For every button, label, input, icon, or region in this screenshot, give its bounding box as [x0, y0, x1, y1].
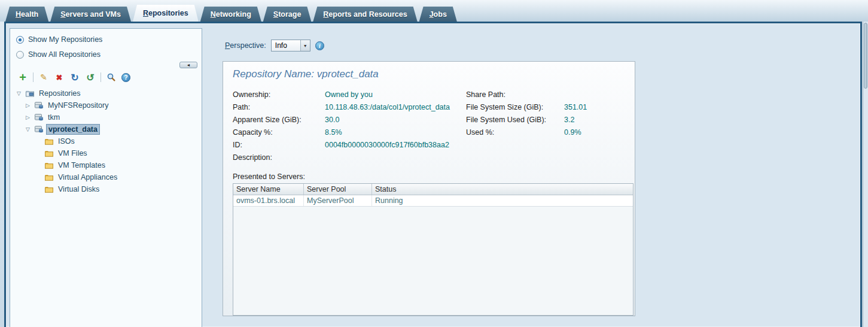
tree-item-label: tkm	[46, 113, 62, 122]
tree-item-label: VM Templates	[56, 161, 107, 170]
field-value: Owned by you	[325, 90, 373, 99]
tree-item-label: VM Files	[56, 149, 89, 158]
tree-item-label: Virtual Disks	[56, 184, 101, 194]
column-header-status[interactable]: Status	[372, 184, 633, 195]
radio-label: Show My Repositories	[28, 35, 102, 44]
radio-show-all-repositories[interactable]: Show All Repositories	[16, 50, 202, 59]
field-value: 351.01	[564, 103, 587, 111]
expander-closed-icon[interactable]: ▷	[24, 114, 32, 120]
tab-reports-and-resources[interactable]: Reports and Resources	[313, 7, 417, 22]
perspective-row: Perspective: Info ▼ i	[225, 40, 854, 52]
perspective-select[interactable]: Info ▼	[271, 40, 310, 52]
folder-icon	[44, 137, 54, 146]
tree-item-label: MyNFSRepository	[46, 101, 110, 110]
table-row[interactable]: ovms-01.brs.local MyServerPool Running	[233, 195, 633, 207]
field-value: 0.9%	[564, 128, 581, 137]
tab-label: Storage	[273, 10, 301, 19]
tab-health[interactable]: Health	[5, 7, 48, 22]
tab-label: Jobs	[430, 10, 447, 19]
column-header-server-name[interactable]: Server Name	[233, 184, 304, 195]
tree-item-virtual-disks[interactable]: Virtual Disks	[10, 183, 202, 195]
perspective-label: Perspective:	[225, 41, 266, 50]
field-label: Capacity %:	[233, 128, 325, 137]
tab-label: Servers and VMs	[60, 10, 121, 19]
panel-collapse-button[interactable]: ◄	[179, 62, 197, 68]
field-label: File System Used (GiB):	[466, 116, 564, 124]
tree-item-mynfsrepository[interactable]: ▷ MyNFSRepository	[10, 99, 202, 111]
field-value: 10.118.48.63:/data/col1/vprotect_data	[325, 103, 450, 111]
refresh-repository-button[interactable]: ↻	[69, 72, 80, 83]
tab-bar: Health Servers and VMs Repositories Netw…	[0, 0, 868, 22]
tab-repositories[interactable]: Repositories	[133, 5, 199, 22]
tab-storage[interactable]: Storage	[263, 7, 312, 22]
help-button[interactable]: ?	[121, 73, 130, 82]
table-header-row: Server Name Server Pool Status	[233, 184, 633, 195]
repository-icon	[34, 113, 44, 122]
delete-repository-button[interactable]: ✖	[54, 72, 65, 83]
field-label: Share Path:	[466, 90, 564, 99]
repository-info-box: Repository Name: vprotect_data Ownership…	[223, 61, 635, 316]
field-label: Description:	[233, 153, 325, 162]
toolbar-separator	[100, 72, 101, 82]
repository-detail-panel: Perspective: Info ▼ i Repository Name: v…	[217, 23, 854, 327]
tab-label: Networking	[211, 10, 251, 19]
edit-repository-button[interactable]: ✎	[38, 72, 49, 83]
tree-item-label-selected: vprotect_data	[46, 124, 100, 135]
tree-item-vm-files[interactable]: VM Files	[10, 147, 202, 159]
expander-open-icon[interactable]: ▽	[24, 126, 32, 132]
presented-servers-table: Server Name Server Pool Status ovms-01.b…	[233, 183, 634, 316]
tab-label: Repositories	[143, 9, 188, 17]
field-value: 30.0	[325, 116, 339, 124]
expander-closed-icon[interactable]: ▷	[24, 102, 32, 108]
tree-item-vprotect-data[interactable]: ▽ vprotect_data	[10, 123, 202, 135]
field-label: Path:	[233, 103, 325, 111]
repositories-tree: ▽ Repositories ▷ MyNFSRepository ▷ tkm ▽	[10, 87, 202, 195]
repository-toolbar: + ✎ ✖ ↻ ↺ ?	[10, 68, 202, 86]
field-label: Used %:	[466, 128, 564, 137]
field-label: ID:	[233, 141, 325, 149]
tree-item-label: Virtual Appliances	[56, 172, 119, 182]
folder-icon	[44, 184, 54, 194]
info-icon[interactable]: i	[315, 41, 324, 50]
search-icon	[106, 72, 116, 82]
cell-status: Running	[372, 195, 633, 206]
search-button[interactable]	[106, 72, 117, 83]
radio-label: Show All Repositories	[28, 50, 100, 59]
tree-item-virtual-appliances[interactable]: Virtual Appliances	[10, 171, 202, 183]
content-frame: Show My Repositories Show All Repositori…	[4, 22, 862, 327]
radio-button-icon[interactable]	[16, 51, 24, 59]
repository-name-title: Repository Name: vprotect_data	[233, 68, 625, 80]
rescan-repository-button[interactable]: ↺	[85, 72, 96, 83]
expander-open-icon[interactable]: ▽	[15, 90, 23, 96]
repositories-root-icon	[25, 89, 35, 98]
perspective-selected-value: Info	[275, 41, 287, 50]
cell-server-pool: MyServerPool	[304, 195, 372, 206]
folder-icon	[44, 172, 54, 182]
cell-server-name: ovms-01.brs.local	[233, 195, 304, 206]
tree-item-repositories[interactable]: ▽ Repositories	[10, 87, 202, 99]
tree-item-label: Repositories	[37, 89, 82, 98]
field-label: Ownership:	[233, 90, 325, 99]
tab-label: Reports and Resources	[323, 10, 407, 19]
column-header-server-pool[interactable]: Server Pool	[304, 184, 372, 195]
radio-button-icon[interactable]	[16, 36, 24, 44]
scrollbar-thumb[interactable]	[864, 23, 867, 89]
tab-networking[interactable]: Networking	[200, 7, 261, 22]
tree-item-label: ISOs	[56, 137, 77, 146]
field-value: 3.2	[564, 116, 574, 124]
radio-show-my-repositories[interactable]: Show My Repositories	[16, 35, 202, 44]
folder-icon	[44, 161, 54, 170]
tree-item-isos[interactable]: ISOs	[10, 135, 202, 147]
tree-item-tkm[interactable]: ▷ tkm	[10, 111, 202, 123]
fields-column-left: Ownership:Owned by you Path:10.118.48.63…	[233, 88, 466, 164]
fields-column-right: Share Path: File System Size (GiB):351.0…	[466, 88, 625, 164]
add-repository-button[interactable]: +	[17, 72, 28, 83]
repository-fields: Ownership:Owned by you Path:10.118.48.63…	[233, 88, 625, 164]
presented-to-servers-label: Presented to Servers:	[233, 172, 625, 181]
tab-jobs[interactable]: Jobs	[419, 7, 457, 22]
tree-item-vm-templates[interactable]: VM Templates	[10, 159, 202, 171]
tab-servers-and-vms[interactable]: Servers and VMs	[50, 7, 131, 22]
vertical-scrollbar[interactable]	[863, 22, 868, 327]
folder-icon	[44, 149, 54, 158]
field-value: 8.5%	[325, 128, 342, 137]
